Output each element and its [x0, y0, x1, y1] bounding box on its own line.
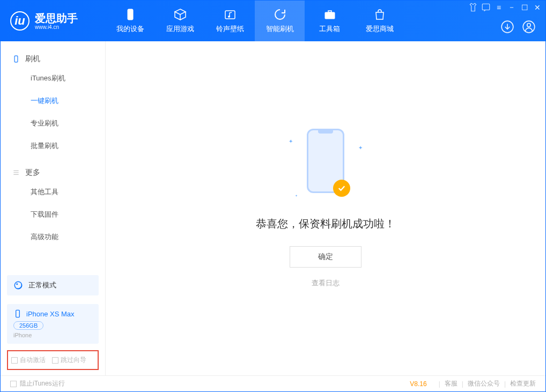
- nav-tab-tools[interactable]: 工具箱: [305, 1, 355, 41]
- sidebar: 刷机 iTunes刷机 一键刷机 专业刷机 批量刷机 更多 其他工具 下载固件 …: [1, 41, 106, 375]
- user-icon[interactable]: [522, 20, 536, 34]
- refresh-icon: [274, 8, 286, 21]
- device-name: iPhone XS Max: [26, 310, 75, 318]
- ok-button[interactable]: 确定: [290, 246, 361, 268]
- sidebar-item-firmware[interactable]: 下载固件: [1, 203, 105, 226]
- sparkle-icon: ✦: [295, 194, 298, 197]
- titlebar-right-icons: [500, 20, 536, 34]
- check-badge-icon: [333, 180, 350, 197]
- sidebar-item-advanced[interactable]: 高级功能: [1, 226, 105, 248]
- sidebar-group-more: 更多: [1, 165, 105, 181]
- shirt-icon[interactable]: [468, 3, 478, 12]
- nav-tab-label: 应用游戏: [166, 24, 194, 34]
- phone-illustration: [307, 129, 344, 193]
- svg-rect-3: [325, 12, 335, 19]
- nav-tab-ringtones[interactable]: 铃声壁纸: [205, 1, 255, 41]
- titlebar: iu 爱思助手 www.i4.cn 我的设备 应用游戏 铃声壁纸 智能刷机: [1, 1, 545, 41]
- phone-outline-icon: [12, 55, 20, 63]
- toolbox-icon: [323, 8, 336, 21]
- app-title: 爱思助手: [35, 12, 78, 24]
- success-illustration: ✦ ✦ ✦: [307, 129, 344, 193]
- app-window: iu 爱思助手 www.i4.cn 我的设备 应用游戏 铃声壁纸 智能刷机: [0, 0, 546, 392]
- block-itunes-checkbox[interactable]: 阻止iTunes运行: [10, 379, 65, 388]
- svg-rect-4: [328, 11, 331, 12]
- auto-activate-checkbox[interactable]: 自动激活: [11, 356, 46, 365]
- status-link-update[interactable]: 检查更新: [510, 379, 536, 388]
- logo-area: iu 爱思助手 www.i4.cn: [1, 11, 105, 31]
- svg-rect-9: [14, 56, 18, 62]
- view-log-link[interactable]: 查看日志: [312, 278, 340, 288]
- statusbar: 阻止iTunes运行 V8.16 | 客服 | 微信公众号 | 检查更新: [1, 375, 545, 391]
- sidebar-item-itunes[interactable]: iTunes刷机: [1, 67, 105, 90]
- svg-point-2: [228, 16, 230, 18]
- nav-tab-flash[interactable]: 智能刷机: [255, 1, 305, 41]
- sidebar-item-pro[interactable]: 专业刷机: [1, 112, 105, 135]
- mode-box[interactable]: 正常模式: [7, 275, 99, 295]
- app-subtitle: www.i4.cn: [35, 24, 78, 30]
- music-folder-icon: [224, 8, 237, 21]
- status-link-support[interactable]: 客服: [445, 379, 458, 388]
- mode-label: 正常模式: [28, 280, 56, 290]
- success-title: 恭喜您，保资料刷机成功啦！: [256, 217, 395, 231]
- logo-icon: iu: [10, 11, 29, 31]
- sidebar-item-batch[interactable]: 批量刷机: [1, 135, 105, 157]
- list-icon: [12, 169, 20, 176]
- svg-rect-1: [225, 11, 235, 19]
- main-panel: ✦ ✦ ✦ 恭喜您，保资料刷机成功啦！ 确定 查看日志: [106, 41, 545, 375]
- svg-rect-8: [482, 4, 490, 10]
- svg-point-7: [527, 24, 531, 27]
- nav-tab-apps[interactable]: 应用游戏: [155, 1, 205, 41]
- mode-icon: [13, 280, 23, 290]
- checkbox-label: 阻止iTunes运行: [20, 379, 65, 388]
- body-area: 刷机 iTunes刷机 一键刷机 专业刷机 批量刷机 更多 其他工具 下载固件 …: [1, 41, 545, 375]
- phone-icon: [124, 8, 137, 21]
- nav-tab-device[interactable]: 我的设备: [105, 1, 155, 41]
- nav-tab-label: 智能刷机: [266, 24, 294, 34]
- nav-tab-label: 爱思商城: [366, 24, 394, 34]
- maximize-icon[interactable]: ☐: [520, 3, 529, 12]
- nav-tab-label: 我的设备: [116, 24, 144, 34]
- nav-tab-label: 铃声壁纸: [216, 24, 244, 34]
- skip-guide-checkbox[interactable]: 跳过向导: [52, 356, 86, 365]
- close-icon[interactable]: ✕: [533, 3, 542, 12]
- cube-icon: [174, 8, 187, 21]
- feedback-icon[interactable]: [481, 3, 491, 12]
- status-link-wechat[interactable]: 微信公众号: [468, 379, 500, 388]
- nav-tab-label: 工具箱: [319, 24, 340, 34]
- options-highlighted-box: 自动激活 跳过向导: [7, 350, 99, 370]
- nav-tabs: 我的设备 应用游戏 铃声壁纸 智能刷机 工具箱 爱思商城: [105, 1, 404, 41]
- svg-point-11: [16, 283, 18, 285]
- checkbox-label: 跳过向导: [61, 356, 86, 365]
- window-controls: ≡ － ☐ ✕: [468, 3, 542, 12]
- menu-icon[interactable]: ≡: [494, 3, 504, 12]
- svg-rect-0: [128, 9, 133, 20]
- sidebar-group-label: 更多: [25, 168, 40, 177]
- sidebar-group-label: 刷机: [25, 54, 40, 64]
- device-capacity: 256GB: [13, 321, 43, 330]
- sidebar-group-flash: 刷机: [1, 51, 105, 67]
- device-box[interactable]: iPhone XS Max 256GB iPhone: [7, 304, 99, 344]
- minimize-icon[interactable]: －: [507, 3, 517, 12]
- checkbox-label: 自动激活: [20, 356, 46, 365]
- nav-tab-store[interactable]: 爱思商城: [355, 1, 404, 41]
- svg-rect-12: [16, 310, 20, 317]
- sparkle-icon: ✦: [289, 138, 293, 144]
- device-type: iPhone: [13, 332, 92, 338]
- device-icon: [13, 309, 22, 318]
- download-icon[interactable]: [500, 20, 514, 34]
- version-label: V8.16: [410, 380, 426, 388]
- sparkle-icon: ✦: [358, 145, 363, 151]
- bag-icon: [373, 8, 386, 21]
- sidebar-item-oneclick[interactable]: 一键刷机: [1, 90, 105, 112]
- sidebar-item-other[interactable]: 其他工具: [1, 181, 105, 203]
